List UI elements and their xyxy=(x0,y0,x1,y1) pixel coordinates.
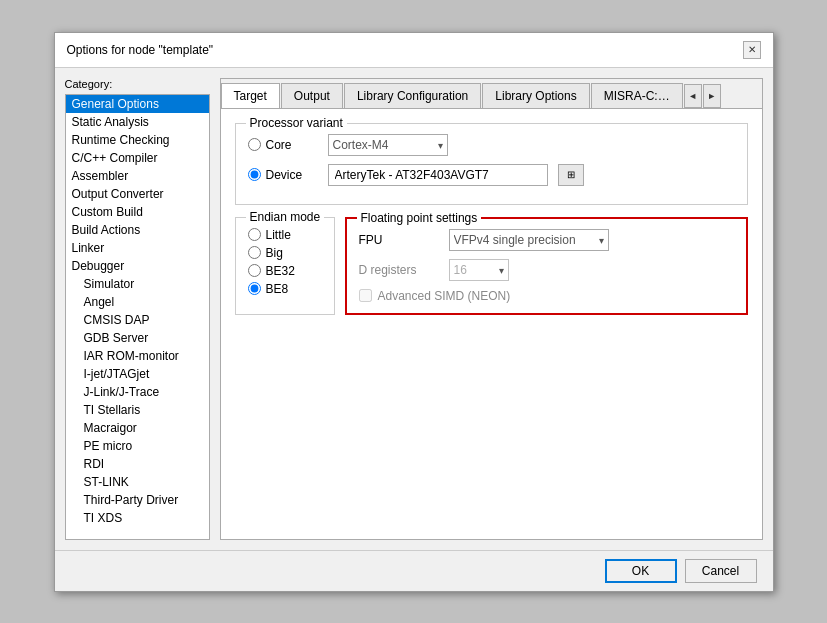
tab-scroll-right[interactable]: ► xyxy=(703,84,721,108)
sidebar-item-custom-build[interactable]: Custom Build xyxy=(66,203,209,221)
processor-variant-group: Processor variant Core Cortex-M4 Cortex-… xyxy=(235,123,748,205)
endian-little-radio[interactable] xyxy=(248,228,261,241)
endian-be32-row: BE32 xyxy=(248,264,322,278)
endian-big-row: Big xyxy=(248,246,322,260)
sidebar-item-iar-rom-monitor[interactable]: IAR ROM-monitor xyxy=(66,347,209,365)
fp-group-title: Floating point settings xyxy=(357,211,482,225)
tab-misra[interactable]: MISRA-C:… xyxy=(591,83,683,108)
main-content: TargetOutputLibrary ConfigurationLibrary… xyxy=(220,78,763,540)
endian-little-label: Little xyxy=(266,228,291,242)
endian-big-radio[interactable] xyxy=(248,246,261,259)
device-row: Device ⊞ xyxy=(248,164,735,186)
tab-library-options[interactable]: Library Options xyxy=(482,83,589,108)
device-input[interactable] xyxy=(328,164,548,186)
core-radio-label[interactable]: Core xyxy=(248,138,318,152)
sidebar-item-ti-xds[interactable]: TI XDS xyxy=(66,509,209,527)
endian-mode-group: Endian mode LittleBigBE32BE8 xyxy=(235,217,335,315)
sidebar-item-runtime-checking[interactable]: Runtime Checking xyxy=(66,131,209,149)
sidebar-item-cpp-compiler[interactable]: C/C++ Compiler xyxy=(66,149,209,167)
d-registers-dropdown-wrapper[interactable]: 16 8 32 xyxy=(449,259,509,281)
sidebar-item-linker[interactable]: Linker xyxy=(66,239,209,257)
sidebar-item-rdi[interactable]: RDI xyxy=(66,455,209,473)
core-label-text: Core xyxy=(266,138,292,152)
endian-be8-row: BE8 xyxy=(248,282,322,296)
sidebar-item-output-converter[interactable]: Output Converter xyxy=(66,185,209,203)
sidebar-item-debugger[interactable]: Debugger xyxy=(66,257,209,275)
tabs-bar: TargetOutputLibrary ConfigurationLibrary… xyxy=(221,79,762,109)
fpu-row: FPU VFPv4 single precision None VFPv4 do… xyxy=(359,229,734,251)
bottom-row: Endian mode LittleBigBE32BE8 Floating po… xyxy=(235,217,748,315)
sidebar-item-third-party-driver[interactable]: Third-Party Driver xyxy=(66,491,209,509)
cancel-button[interactable]: Cancel xyxy=(685,559,757,583)
d-registers-row: D registers 16 8 32 xyxy=(359,259,734,281)
title-bar: Options for node "template" ✕ xyxy=(55,33,773,68)
sidebar-item-j-link[interactable]: J-Link/J-Trace xyxy=(66,383,209,401)
sidebar-item-st-link[interactable]: ST-LINK xyxy=(66,473,209,491)
sidebar: Category: General OptionsStatic Analysis… xyxy=(65,78,210,540)
sidebar-item-angel[interactable]: Angel xyxy=(66,293,209,311)
endian-be32-radio[interactable] xyxy=(248,264,261,277)
browse-button[interactable]: ⊞ xyxy=(558,164,584,186)
fpu-label: FPU xyxy=(359,233,439,247)
sidebar-item-simulator[interactable]: Simulator xyxy=(66,275,209,293)
sidebar-item-static-analysis[interactable]: Static Analysis xyxy=(66,113,209,131)
close-button[interactable]: ✕ xyxy=(743,41,761,59)
endian-mode-title: Endian mode xyxy=(246,210,325,224)
core-radio[interactable] xyxy=(248,138,261,151)
category-label: Category: xyxy=(65,78,210,90)
tab-output[interactable]: Output xyxy=(281,83,343,108)
endian-big-label: Big xyxy=(266,246,283,260)
sidebar-item-build-actions[interactable]: Build Actions xyxy=(66,221,209,239)
core-row: Core Cortex-M4 Cortex-M0 Cortex-M3 Corte… xyxy=(248,134,735,156)
sidebar-item-macraigor[interactable]: Macraigor xyxy=(66,419,209,437)
processor-variant-title: Processor variant xyxy=(246,116,347,130)
simd-label: Advanced SIMD (NEON) xyxy=(378,289,511,303)
ok-button[interactable]: OK xyxy=(605,559,677,583)
endian-be8-label: BE8 xyxy=(266,282,289,296)
device-label-text: Device xyxy=(266,168,303,182)
floating-point-group: Floating point settings FPU VFPv4 single… xyxy=(345,217,748,315)
tab-target[interactable]: Target xyxy=(221,83,280,109)
tab-scroll-left[interactable]: ◄ xyxy=(684,84,702,108)
dialog-title: Options for node "template" xyxy=(67,43,214,57)
endian-little-row: Little xyxy=(248,228,322,242)
sidebar-item-gdb-server[interactable]: GDB Server xyxy=(66,329,209,347)
tab-content-target: Processor variant Core Cortex-M4 Cortex-… xyxy=(221,109,762,539)
d-registers-dropdown[interactable]: 16 8 32 xyxy=(449,259,509,281)
sidebar-item-cmsis-dap[interactable]: CMSIS DAP xyxy=(66,311,209,329)
sidebar-item-ti-stellaris[interactable]: TI Stellaris xyxy=(66,401,209,419)
sidebar-item-assembler[interactable]: Assembler xyxy=(66,167,209,185)
sidebar-item-general-options[interactable]: General Options xyxy=(66,95,209,113)
simd-row: Advanced SIMD (NEON) xyxy=(359,289,734,303)
simd-checkbox[interactable] xyxy=(359,289,372,302)
tab-library-config[interactable]: Library Configuration xyxy=(344,83,481,108)
core-dropdown[interactable]: Cortex-M4 Cortex-M0 Cortex-M3 Cortex-M7 xyxy=(328,134,448,156)
sidebar-item-i-jet[interactable]: I-jet/JTAGjet xyxy=(66,365,209,383)
endian-be32-label: BE32 xyxy=(266,264,295,278)
category-list: General OptionsStatic AnalysisRuntime Ch… xyxy=(65,94,210,540)
dialog-footer: OK Cancel xyxy=(55,550,773,591)
core-dropdown-wrapper[interactable]: Cortex-M4 Cortex-M0 Cortex-M3 Cortex-M7 xyxy=(328,134,448,156)
dialog-body: Category: General OptionsStatic Analysis… xyxy=(55,68,773,550)
sidebar-item-pe-micro[interactable]: PE micro xyxy=(66,437,209,455)
endian-be8-radio[interactable] xyxy=(248,282,261,295)
device-radio[interactable] xyxy=(248,168,261,181)
fpu-dropdown-wrapper[interactable]: VFPv4 single precision None VFPv4 double… xyxy=(449,229,609,251)
options-dialog: Options for node "template" ✕ Category: … xyxy=(54,32,774,592)
fpu-dropdown[interactable]: VFPv4 single precision None VFPv4 double… xyxy=(449,229,609,251)
device-radio-label[interactable]: Device xyxy=(248,168,318,182)
d-registers-label: D registers xyxy=(359,263,439,277)
